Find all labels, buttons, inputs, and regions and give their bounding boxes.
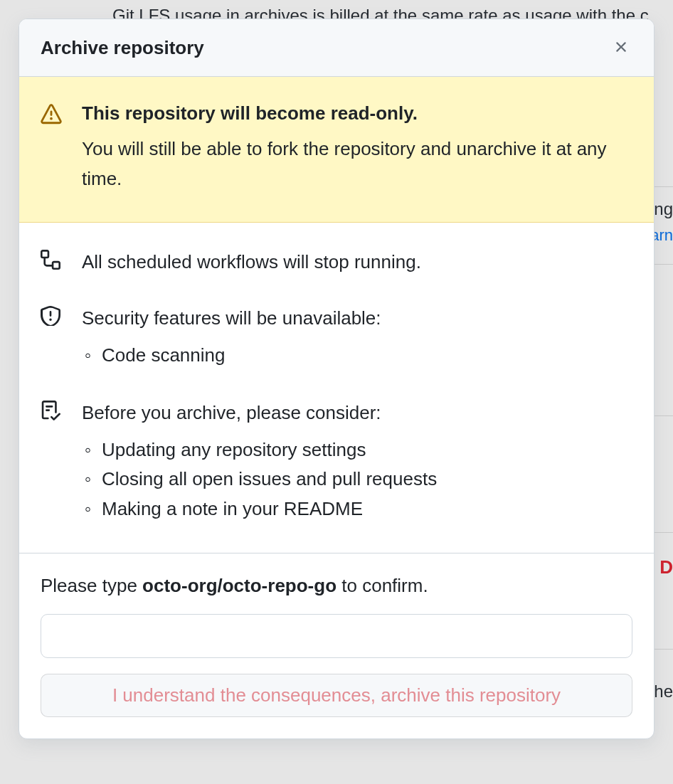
considerations-list: Updating any repository settings Closing… [82,435,632,524]
close-icon [613,38,630,58]
close-button[interactable] [610,36,632,59]
confirm-label: Please type octo-org/octo-repo-go to con… [41,575,632,597]
info-section: All scheduled workflows will stop runnin… [19,223,654,553]
security-list: Code scanning [82,341,632,371]
considerations-item: Before you archive, please consider: Upd… [41,399,632,524]
list-item: Updating any repository settings [82,435,632,465]
dialog-header: Archive repository [19,19,654,77]
archive-repository-dialog: Archive repository This repository will … [18,18,655,739]
archive-confirm-button[interactable]: I understand the consequences, archive t… [41,674,632,717]
list-item: Code scanning [82,341,632,371]
confirm-prefix: Please type [41,575,142,596]
list-item: Making a note in your README [82,494,632,524]
warning-description: You will still be able to fork the repos… [82,134,632,194]
workflows-item: All scheduled workflows will stop runnin… [41,248,632,276]
considerations-text: Before you archive, please consider: [82,399,632,427]
checklist-icon [41,399,62,524]
confirm-repo-name: octo-org/octo-repo-go [142,575,336,596]
shield-icon [41,304,62,371]
workflows-text: All scheduled workflows will stop runnin… [82,248,632,276]
workflow-icon [41,248,62,276]
warning-section: This repository will become read-only. Y… [19,77,654,223]
background-fragment: he [654,682,673,701]
background-fragment: D [659,556,673,578]
list-item: Closing all open issues and pull request… [82,465,632,494]
dialog-title: Archive repository [41,37,204,59]
warning-heading: This repository will become read-only. [82,102,632,125]
security-item: Security features will be unavailable: C… [41,304,632,371]
confirm-section: Please type octo-org/octo-repo-go to con… [19,553,654,738]
confirm-suffix: to confirm. [336,575,428,596]
alert-icon [41,102,62,194]
confirm-input[interactable] [41,614,632,658]
security-text: Security features will be unavailable: [82,304,632,332]
background-fragment: ng [654,199,673,219]
